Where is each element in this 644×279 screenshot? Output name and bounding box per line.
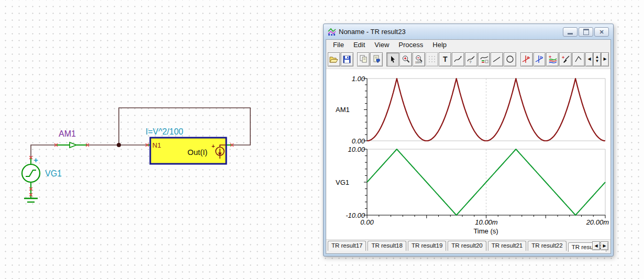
cursor-b-button[interactable]: b: [534, 52, 546, 66]
spinner-down-icon: ▼: [595, 59, 599, 63]
zoom-in-button[interactable]: [399, 52, 412, 66]
grid-button[interactable]: [426, 52, 438, 66]
window-title: Noname - TR result23: [339, 28, 406, 36]
text-tool-icon: T: [441, 55, 449, 63]
zoom-out-icon: 100%: [415, 55, 423, 63]
legend-tool-button[interactable]: [478, 52, 491, 66]
ellipse-tool-button[interactable]: [504, 52, 516, 66]
minimize-icon: [568, 33, 573, 35]
generator-plus-sign: +: [34, 155, 38, 164]
svg-text:b: b: [540, 55, 543, 60]
cursor-a-button[interactable]: a: [520, 52, 533, 66]
vg1-row-label: VG1: [336, 178, 349, 186]
am1-curve[interactable]: [367, 79, 605, 141]
svg-text:?: ?: [469, 60, 472, 64]
am1-row-label: AM1: [336, 106, 350, 114]
xtick-20m: 20.00m: [582, 218, 609, 226]
schematic-canvas: + VG1 AM1 I=V^2/100 N1 Out(I) +: [0, 0, 325, 279]
app-chart-icon: [328, 28, 336, 36]
tab-tr-result19[interactable]: TR result19: [408, 241, 446, 251]
open-folder-icon: [329, 55, 338, 63]
menu-view[interactable]: View: [370, 41, 394, 49]
tab-tr-result22[interactable]: TR result22: [528, 241, 566, 251]
toolbar: 100% T: [326, 50, 610, 69]
tab-tr-result21[interactable]: TR result21: [488, 241, 526, 251]
menu-edit[interactable]: Edit: [349, 41, 370, 49]
plots-canvas: [326, 69, 610, 239]
am1-ymin-label: 0.00: [341, 137, 365, 145]
minimize-button[interactable]: [563, 27, 578, 37]
svg-text:100%: 100%: [415, 61, 422, 64]
tab-scroll-right-button[interactable]: ▶: [601, 241, 608, 250]
cursor-a-icon: a: [522, 55, 531, 63]
copy-icon: [359, 55, 368, 63]
zoom-in-icon: [402, 55, 410, 63]
svg-text:a: a: [527, 55, 530, 60]
add-pen-button[interactable]: +: [559, 52, 572, 66]
corner-tool-icon: [574, 55, 583, 63]
zoom-out-100-button[interactable]: 100%: [413, 52, 425, 66]
block-output-label: Out(I): [187, 148, 207, 157]
legend-icon: [480, 55, 488, 63]
corner-tool-button[interactable]: [572, 52, 585, 66]
curve-query-tool-button[interactable]: ?: [465, 52, 478, 66]
desktop: + VG1 AM1 I=V^2/100 N1 Out(I) +: [0, 0, 644, 279]
result-tabbar: TR result17 TR result18 TR result19 TR r…: [326, 239, 610, 253]
ammeter-label[interactable]: AM1: [59, 129, 76, 138]
window-client: File Edit View Process Help: [326, 39, 611, 254]
ellipse-tool-icon: [506, 55, 514, 63]
close-icon: ✕: [599, 29, 604, 36]
save-button[interactable]: [341, 52, 353, 66]
menu-process[interactable]: Process: [394, 41, 428, 49]
tab-tr-result17[interactable]: TR result17: [328, 241, 366, 251]
plot-panel[interactable]: 1.00 0.00 AM1 10.00 -10.00 VG1 0.00 10.0…: [326, 69, 610, 239]
paste-icon: [372, 55, 381, 63]
wire-junction-dot: [117, 143, 121, 147]
menu-file[interactable]: File: [328, 41, 349, 49]
tr-result-window: Noname - TR result23 ✕ File Edit View Pr…: [323, 24, 614, 256]
block-formula-label[interactable]: I=V^2/100: [146, 127, 183, 136]
tab-tr-result18[interactable]: TR result18: [368, 241, 406, 251]
vg1-ymax-label: 10.00: [338, 146, 365, 153]
nav-spinner[interactable]: ▲ ▼: [593, 52, 601, 66]
curve-label-icon: [454, 55, 462, 63]
titlebar[interactable]: Noname - TR result23 ✕: [324, 24, 613, 39]
ammeter-am1[interactable]: [70, 142, 76, 148]
line-tool-icon: [493, 55, 501, 63]
restore-icon: [583, 29, 589, 35]
nav-left-button[interactable]: ◀: [585, 52, 593, 66]
curve-label-tool-button[interactable]: [452, 52, 464, 66]
line-tool-button[interactable]: [491, 52, 503, 66]
close-button[interactable]: ✕: [594, 27, 609, 37]
generator-label[interactable]: VG1: [45, 169, 62, 178]
open-button[interactable]: [328, 52, 340, 66]
text-tool-button[interactable]: T: [439, 52, 451, 66]
paste-button[interactable]: [370, 52, 383, 66]
am1-ymax-label: 1.00: [341, 75, 365, 83]
select-cursor-button[interactable]: [386, 52, 399, 66]
add-curves-button[interactable]: +: [546, 52, 559, 66]
cursor-b-icon: b: [535, 55, 544, 63]
tab-scroll-left-button[interactable]: ◀: [592, 241, 600, 250]
source-plus-sign: +: [212, 143, 215, 149]
grid-icon: [428, 55, 436, 63]
menu-help[interactable]: Help: [428, 41, 451, 49]
xtick-0: 0.00: [357, 218, 377, 226]
pen-icon: +: [561, 55, 570, 64]
cursor-arrow-icon: [389, 55, 396, 63]
x-axis-title: Time (s): [460, 227, 512, 235]
menubar: File Edit View Process Help: [326, 40, 610, 50]
restore-button[interactable]: [579, 27, 593, 37]
copy-button[interactable]: [357, 52, 370, 66]
curve-query-icon: ?: [467, 55, 475, 63]
curve-nav-group: ◀ ▲ ▼ ▶: [585, 52, 609, 66]
block-node-label: N1: [152, 141, 161, 149]
tab-tr-result20[interactable]: TR result20: [448, 241, 486, 251]
ground-symbol[interactable]: [24, 198, 38, 202]
voltage-generator-vg1[interactable]: [22, 164, 40, 182]
svg-text:+: +: [562, 55, 564, 60]
add-curves-icon: +: [548, 55, 557, 64]
xtick-10m: 10.00m: [473, 218, 500, 226]
svg-text:T: T: [443, 55, 448, 63]
nav-right-button[interactable]: ▶: [601, 52, 609, 66]
